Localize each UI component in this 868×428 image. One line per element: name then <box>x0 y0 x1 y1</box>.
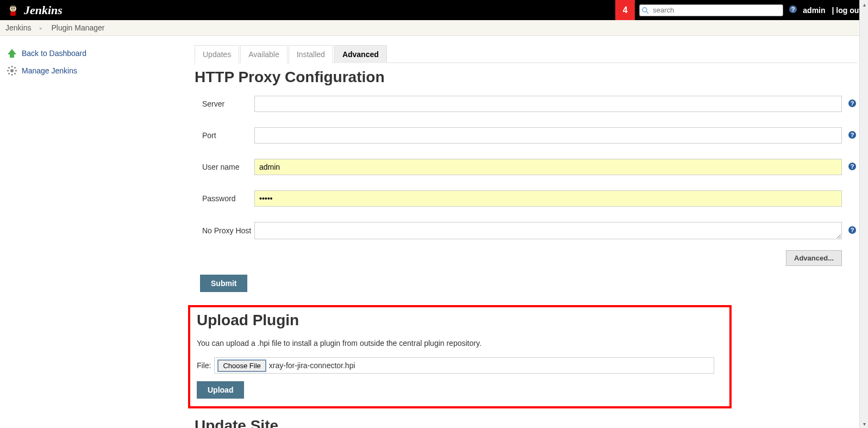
choose-file-button[interactable]: Choose File <box>218 360 265 371</box>
file-input[interactable]: Choose File xray-for-jira-connector.hpi <box>214 357 714 374</box>
gear-icon <box>7 65 17 76</box>
selected-filename: xray-for-jira-connector.hpi <box>269 361 355 370</box>
tabbar: Updates Available Installed Advanced <box>195 45 857 63</box>
svg-text:?: ? <box>791 6 795 13</box>
svg-point-5 <box>642 8 647 12</box>
upload-plugin-section: Upload Plugin You can upload a .hpi file… <box>188 305 732 408</box>
file-label: File: <box>197 361 211 370</box>
svg-rect-1 <box>10 11 16 16</box>
tab-installed[interactable]: Installed <box>289 45 333 63</box>
svg-text:?: ? <box>851 132 854 138</box>
port-input[interactable] <box>254 127 842 144</box>
svg-line-14 <box>9 67 10 69</box>
breadcrumb-root[interactable]: Jenkins <box>5 23 31 32</box>
svg-line-16 <box>9 73 10 74</box>
arrow-up-icon <box>7 48 17 59</box>
upload-heading: Upload Plugin <box>197 312 723 329</box>
password-label: Password <box>195 194 254 203</box>
header: Jenkins 4 ? admin | log out <box>0 0 868 20</box>
server-label: Server <box>195 100 254 108</box>
breadcrumb: Jenkins ▸ Plugin Manager <box>0 20 868 36</box>
svg-rect-4 <box>11 5 15 7</box>
proxy-heading: HTTP Proxy Configuration <box>195 69 857 86</box>
help-icon[interactable]: ? <box>789 5 797 15</box>
svg-text:?: ? <box>851 227 854 233</box>
update-site-heading: Update Site <box>195 417 857 428</box>
scroll-up-icon[interactable]: ▴ <box>860 0 868 9</box>
svg-line-6 <box>646 11 648 14</box>
search-box <box>639 4 783 16</box>
tab-advanced[interactable]: Advanced <box>334 45 387 63</box>
main-content: Updates Available Installed Advanced HTT… <box>190 36 868 428</box>
svg-text:?: ? <box>851 100 854 107</box>
upload-button[interactable]: Upload <box>197 381 244 399</box>
svg-point-2 <box>11 7 13 8</box>
svg-line-15 <box>14 73 15 74</box>
tab-available[interactable]: Available <box>240 45 288 63</box>
sidebar-item-label: Back to Dashboard <box>22 49 86 58</box>
jenkins-logo-icon[interactable] <box>7 4 20 17</box>
svg-text:?: ? <box>851 163 854 170</box>
scroll-down-icon[interactable]: ▾ <box>860 419 868 428</box>
logout-link[interactable]: | log out <box>832 6 861 15</box>
scrollbar[interactable]: ▴ ▾ <box>859 0 868 428</box>
notification-badge[interactable]: 4 <box>615 0 635 20</box>
submit-button[interactable]: Submit <box>200 275 247 292</box>
sidebar-back-dashboard[interactable]: Back to Dashboard <box>7 45 190 62</box>
username-input[interactable] <box>254 159 842 175</box>
help-icon[interactable]: ? <box>847 162 857 172</box>
port-label: Port <box>195 131 254 140</box>
upload-description: You can upload a .hpi file to install a … <box>197 339 723 348</box>
password-input[interactable] <box>254 190 842 207</box>
user-link[interactable]: admin <box>803 6 825 15</box>
help-icon[interactable]: ? <box>847 226 857 236</box>
chevron-right-icon: ▸ <box>40 25 42 31</box>
brand-title[interactable]: Jenkins <box>24 3 63 17</box>
breadcrumb-current[interactable]: Plugin Manager <box>51 23 104 32</box>
search-input[interactable] <box>639 4 783 16</box>
sidebar-manage-jenkins[interactable]: Manage Jenkins <box>7 62 190 79</box>
help-icon[interactable]: ? <box>847 131 857 141</box>
server-input[interactable] <box>254 96 842 112</box>
tab-updates[interactable]: Updates <box>195 45 239 63</box>
svg-point-3 <box>14 7 15 8</box>
noproxy-input[interactable] <box>254 222 842 239</box>
username-label: User name <box>195 163 254 171</box>
sidebar: Back to Dashboard Manage Jenkins <box>0 36 190 428</box>
search-icon <box>641 7 649 14</box>
help-icon[interactable]: ? <box>847 99 857 109</box>
svg-line-17 <box>14 67 15 69</box>
advanced-button[interactable]: Advanced... <box>786 250 842 266</box>
sidebar-item-label: Manage Jenkins <box>22 66 77 75</box>
noproxy-label: No Proxy Host <box>195 226 254 235</box>
svg-point-9 <box>10 69 14 72</box>
